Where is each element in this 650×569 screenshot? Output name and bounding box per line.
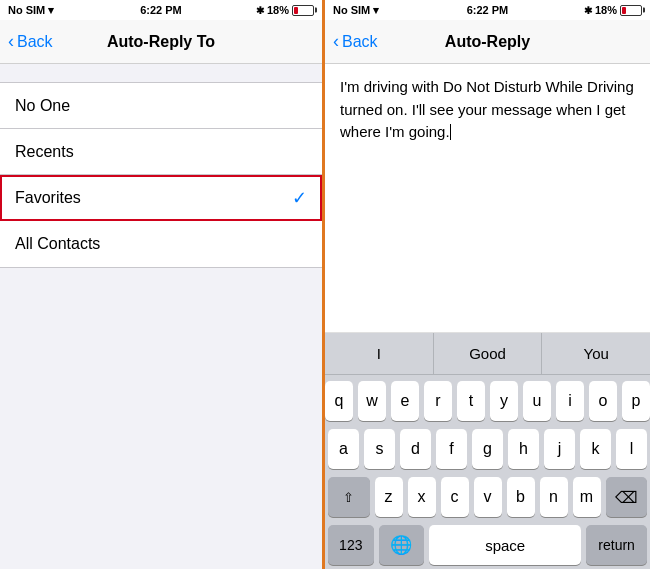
key-m[interactable]: m bbox=[573, 477, 601, 517]
right-status-left: ✱ 18% bbox=[256, 4, 314, 16]
no-sim-label-right: No SIM bbox=[333, 4, 370, 16]
back-button-left[interactable]: ‹ Back bbox=[8, 32, 53, 52]
key-s[interactable]: s bbox=[364, 429, 395, 469]
key-a[interactable]: a bbox=[328, 429, 359, 469]
no-sim-label: No SIM bbox=[8, 4, 45, 16]
key-o[interactable]: o bbox=[589, 381, 617, 421]
key-w[interactable]: w bbox=[358, 381, 386, 421]
suggestion-Good[interactable]: Good bbox=[434, 333, 543, 374]
status-bar-right: No SIM ▾ 6:22 PM ✱ 18% bbox=[325, 0, 650, 20]
battery-icon-right bbox=[620, 5, 642, 16]
message-text: I'm driving with Do Not Disturb While Dr… bbox=[340, 78, 634, 140]
key-d[interactable]: d bbox=[400, 429, 431, 469]
favorites-label: Favorites bbox=[15, 189, 292, 207]
key-f[interactable]: f bbox=[436, 429, 467, 469]
nav-bar-right: ‹ Back Auto-Reply bbox=[325, 20, 650, 64]
right-panel: No SIM ▾ 6:22 PM ✱ 18% ‹ Back Auto-Reply… bbox=[325, 0, 650, 569]
key-q[interactable]: q bbox=[325, 381, 353, 421]
auto-reply-to-list: No One Recents Favorites ✓ All Contacts bbox=[0, 82, 322, 268]
keyboard: q w e r t y u i o p a s d f g h j k l ⇧ … bbox=[325, 375, 650, 569]
list-item-favorites[interactable]: Favorites ✓ bbox=[0, 175, 322, 221]
shift-key[interactable]: ⇧ bbox=[328, 477, 370, 517]
wifi-icon-right: ▾ bbox=[373, 4, 379, 16]
key-i[interactable]: i bbox=[556, 381, 584, 421]
checkmark-icon: ✓ bbox=[292, 187, 307, 209]
globe-key[interactable]: 🌐 bbox=[379, 525, 425, 565]
key-j[interactable]: j bbox=[544, 429, 575, 469]
key-y[interactable]: y bbox=[490, 381, 518, 421]
key-e[interactable]: e bbox=[391, 381, 419, 421]
battery-percent-right: 18% bbox=[595, 4, 617, 16]
time-left: 6:22 PM bbox=[140, 4, 182, 16]
no-one-label: No One bbox=[15, 97, 307, 115]
keyboard-row-1: q w e r t y u i o p bbox=[328, 381, 647, 421]
left-status-right: No SIM ▾ bbox=[333, 4, 379, 17]
left-status-left: No SIM ▾ bbox=[8, 4, 54, 17]
key-x[interactable]: x bbox=[408, 477, 436, 517]
key-t[interactable]: t bbox=[457, 381, 485, 421]
return-key[interactable]: return bbox=[586, 525, 647, 565]
list-item-recents[interactable]: Recents bbox=[0, 129, 322, 175]
recents-label: Recents bbox=[15, 143, 307, 161]
key-l[interactable]: l bbox=[616, 429, 647, 469]
key-k[interactable]: k bbox=[580, 429, 611, 469]
list-item-no-one[interactable]: No One bbox=[0, 83, 322, 129]
suggestion-I[interactable]: I bbox=[325, 333, 434, 374]
right-status-right: ✱ 18% bbox=[584, 4, 642, 16]
delete-key[interactable]: ⌫ bbox=[606, 477, 648, 517]
back-label-right[interactable]: Back bbox=[342, 33, 378, 51]
keyboard-row-3: ⇧ z x c v b n m ⌫ bbox=[328, 477, 647, 517]
space-key[interactable]: space bbox=[429, 525, 581, 565]
chevron-left-icon: ‹ bbox=[8, 31, 14, 52]
key-u[interactable]: u bbox=[523, 381, 551, 421]
list-item-all-contacts[interactable]: All Contacts bbox=[0, 221, 322, 267]
numbers-key[interactable]: 123 bbox=[328, 525, 374, 565]
key-g[interactable]: g bbox=[472, 429, 503, 469]
suggestion-You[interactable]: You bbox=[542, 333, 650, 374]
wifi-icon-left: ▾ bbox=[48, 4, 54, 16]
battery-percent-left: 18% bbox=[267, 4, 289, 16]
bluetooth-icon-right: ✱ bbox=[584, 5, 592, 16]
all-contacts-label: All Contacts bbox=[15, 235, 307, 253]
time-right: 6:22 PM bbox=[467, 4, 509, 16]
key-b[interactable]: b bbox=[507, 477, 535, 517]
chevron-right-icon: ‹ bbox=[333, 31, 339, 52]
keyboard-row-2: a s d f g h j k l bbox=[328, 429, 647, 469]
back-label-left[interactable]: Back bbox=[17, 33, 53, 51]
battery-icon-left bbox=[292, 5, 314, 16]
key-n[interactable]: n bbox=[540, 477, 568, 517]
key-v[interactable]: v bbox=[474, 477, 502, 517]
keyboard-row-4: 123 🌐 space return bbox=[328, 525, 647, 565]
text-cursor bbox=[450, 124, 451, 140]
key-h[interactable]: h bbox=[508, 429, 539, 469]
message-area[interactable]: I'm driving with Do Not Disturb While Dr… bbox=[325, 64, 650, 333]
key-p[interactable]: p bbox=[622, 381, 650, 421]
left-panel: No SIM ▾ 6:22 PM ✱ 18% ‹ Back Auto-Reply… bbox=[0, 0, 325, 569]
key-z[interactable]: z bbox=[375, 477, 403, 517]
nav-title-right: Auto-Reply bbox=[445, 33, 530, 51]
key-r[interactable]: r bbox=[424, 381, 452, 421]
key-c[interactable]: c bbox=[441, 477, 469, 517]
nav-title-left: Auto-Reply To bbox=[107, 33, 215, 51]
nav-bar-left: ‹ Back Auto-Reply To bbox=[0, 20, 322, 64]
suggestions-bar: I Good You bbox=[325, 333, 650, 375]
back-button-right[interactable]: ‹ Back bbox=[333, 32, 378, 52]
bluetooth-icon-left: ✱ bbox=[256, 5, 264, 16]
status-bar-left: No SIM ▾ 6:22 PM ✱ 18% bbox=[0, 0, 322, 20]
